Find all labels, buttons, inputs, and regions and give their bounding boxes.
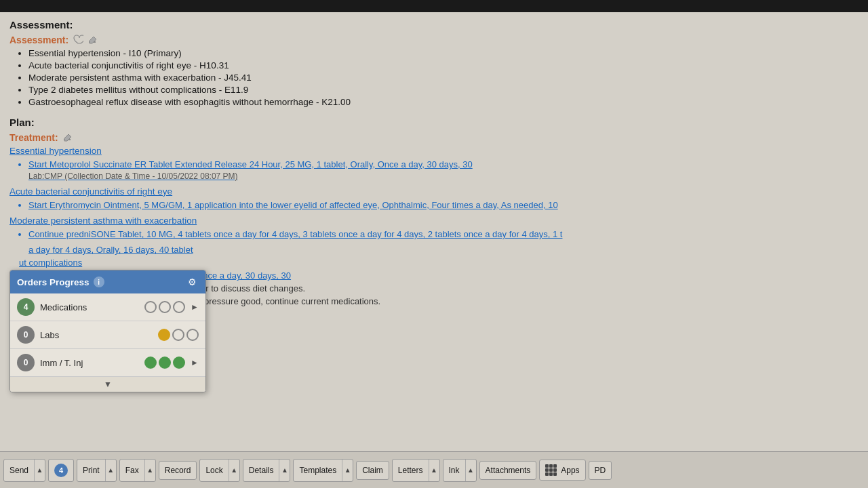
details-button[interactable]: Details xyxy=(243,462,279,479)
circle-3 xyxy=(173,301,185,313)
diagnosis-item: Gastroesophageal reflux disease with eso… xyxy=(28,97,859,107)
claim-button[interactable]: Claim xyxy=(357,462,389,479)
main-content: Assessment: Assessment: Essential hypert… xyxy=(0,12,868,451)
count-badge-group: 4 xyxy=(48,459,74,482)
labs-circles xyxy=(158,329,199,341)
orders-row-imm: 0 Imm / T. Inj ► xyxy=(10,349,205,377)
ink-button[interactable]: Ink xyxy=(443,462,465,479)
orders-panel-title-group: Orders Progress i xyxy=(17,277,104,287)
diagnosis-item: Moderate persistent asthma with exacerba… xyxy=(28,73,859,83)
circle-3 xyxy=(186,329,199,341)
apps-grid-icon xyxy=(545,464,557,476)
pd-group: PD xyxy=(589,461,612,480)
print-button[interactable]: Print xyxy=(77,462,105,479)
treatment-title-asthma[interactable]: Moderate persistent asthma with exacerba… xyxy=(9,216,859,226)
assessment-sub-title: Assessment: xyxy=(9,35,859,45)
labs-badge: 0 xyxy=(17,326,35,344)
circle-green-1 xyxy=(144,357,157,369)
claim-group: Claim xyxy=(356,461,389,480)
lock-button[interactable]: Lock xyxy=(200,462,228,479)
heart-icon xyxy=(73,35,83,45)
orders-panel-header: Orders Progress i ⚙ xyxy=(10,270,205,293)
circle-1 xyxy=(144,301,157,313)
orders-row-medications: 4 Medications ► xyxy=(10,293,205,321)
note-complications: ut complications xyxy=(9,258,859,268)
ink-label: Ink xyxy=(449,466,460,475)
details-group: Details ▲ xyxy=(243,459,291,482)
plan-section-title: Plan: xyxy=(9,117,859,128)
imm-label: Imm / T. Inj xyxy=(40,358,139,368)
lock-group: Lock ▲ xyxy=(199,459,239,482)
record-button[interactable]: Record xyxy=(159,462,197,479)
treatment-block-conjunctivitis: Acute bacterial conjunctivitis of right … xyxy=(9,186,859,211)
attachments-label: Attachments xyxy=(486,466,531,475)
circle-2 xyxy=(159,301,171,313)
fax-group: Fax ▲ xyxy=(119,459,156,482)
medications-chevron[interactable]: ► xyxy=(191,302,199,312)
medications-label: Medications xyxy=(40,302,139,312)
imm-chevron[interactable]: ► xyxy=(191,358,199,367)
print-group: Print ▲ xyxy=(77,459,117,482)
letters-button[interactable]: Letters xyxy=(393,462,429,479)
treatment-item[interactable]: Continue predniSONE Tablet, 10 MG, 4 tab… xyxy=(28,228,859,241)
send-label: Send xyxy=(9,466,28,475)
letters-label: Letters xyxy=(398,466,423,475)
lock-dropdown[interactable]: ▲ xyxy=(229,460,239,481)
diagnosis-item: Acute bacterial conjunctivitis of right … xyxy=(28,60,859,70)
orders-row-labs: 0 Labs xyxy=(10,321,205,349)
details-dropdown[interactable]: ▲ xyxy=(279,460,290,481)
panel-collapse-arrow[interactable]: ▼ xyxy=(10,377,205,392)
treatment-edit-icon[interactable] xyxy=(62,132,73,143)
asthma-treatments: Continue predniSONE Tablet, 10 MG, 4 tab… xyxy=(9,228,859,241)
fax-dropdown[interactable]: ▲ xyxy=(144,460,155,481)
record-label: Record xyxy=(165,466,191,475)
fax-label: Fax xyxy=(125,466,139,475)
labs-label: Labs xyxy=(40,330,153,340)
gear-icon[interactable]: ⚙ xyxy=(185,275,199,289)
send-dropdown[interactable]: ▲ xyxy=(34,460,45,481)
treatment-item[interactable]: Start Erythromycin Ointment, 5 MG/GM, 1 … xyxy=(28,199,859,211)
ink-dropdown[interactable]: ▲ xyxy=(465,460,476,481)
imm-circles xyxy=(144,357,185,369)
treatment-title-hypertension[interactable]: Essential hypertension xyxy=(9,146,859,156)
diagnosis-item: Type 2 diabetes mellitus without complic… xyxy=(28,85,859,95)
lock-label: Lock xyxy=(205,466,222,475)
attachments-group: Attachments xyxy=(479,461,537,480)
record-group: Record xyxy=(159,461,197,480)
templates-button[interactable]: Templates xyxy=(294,462,342,479)
treatment-title-conjunctivitis[interactable]: Acute bacterial conjunctivitis of right … xyxy=(9,186,859,197)
fax-button[interactable]: Fax xyxy=(120,462,144,479)
print-dropdown[interactable]: ▲ xyxy=(105,460,116,481)
pd-label: PD xyxy=(595,466,606,475)
letters-group: Letters ▲ xyxy=(392,459,440,482)
conjunctivitis-treatments: Start Erythromycin Ointment, 5 MG/GM, 1 … xyxy=(9,199,859,211)
letters-dropdown[interactable]: ▲ xyxy=(429,460,439,481)
print-label: Print xyxy=(83,466,100,475)
circle-green-2 xyxy=(159,357,171,369)
edit-icon[interactable] xyxy=(87,35,98,45)
apps-group: Apps xyxy=(539,460,585,481)
orders-panel-title: Orders Progress xyxy=(17,277,90,287)
attachments-button[interactable]: Attachments xyxy=(480,462,536,479)
apps-button[interactable]: Apps xyxy=(540,460,585,480)
info-icon[interactable]: i xyxy=(94,277,104,287)
send-button[interactable]: Send xyxy=(4,462,34,479)
details-label: Details xyxy=(249,466,274,475)
circle-2 xyxy=(172,329,184,341)
orders-panel: Orders Progress i ⚙ 4 Medications ► 0 La… xyxy=(9,270,206,392)
apps-label: Apps xyxy=(561,466,579,475)
pd-button[interactable]: PD xyxy=(589,462,612,479)
asthma-continuation: a day for 4 days, Orally, 16 days, 40 ta… xyxy=(9,245,859,255)
claim-label: Claim xyxy=(362,466,383,475)
top-bar xyxy=(0,0,868,12)
templates-dropdown[interactable]: ▲ xyxy=(342,460,353,481)
count-badge: 4 xyxy=(54,464,68,477)
ink-group: Ink ▲ xyxy=(443,459,477,482)
treatment-sub-title: Treatment: xyxy=(9,132,859,143)
assessment-section: Assessment: Assessment: Essential hypert… xyxy=(9,19,859,107)
templates-group: Templates ▲ xyxy=(293,459,353,482)
treatment-block-hypertension: Essential hypertension Start Metoprolol … xyxy=(9,146,859,182)
hypertension-treatments: Start Metoprolol Succinate ER Tablet Ext… xyxy=(9,159,859,182)
count-badge-button[interactable]: 4 xyxy=(49,460,73,481)
treatment-item[interactable]: Start Metoprolol Succinate ER Tablet Ext… xyxy=(28,159,859,182)
